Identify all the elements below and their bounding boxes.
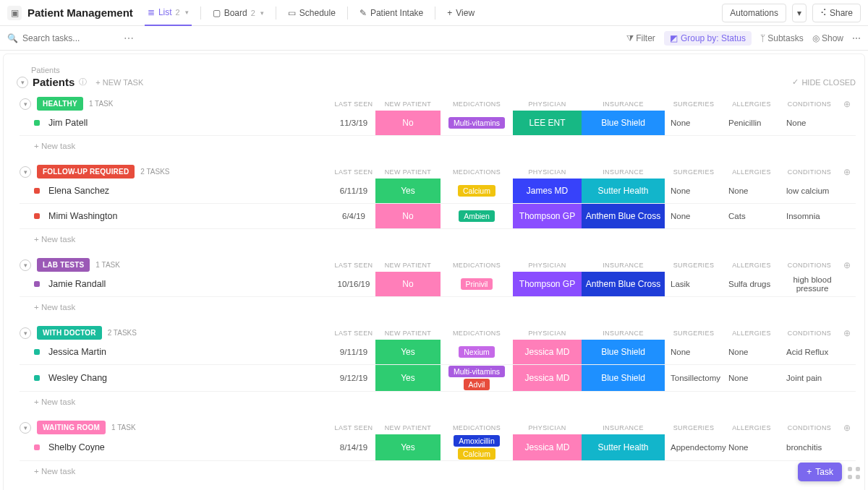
cell-conditions[interactable]: low calcium [780, 179, 838, 203]
group-collapse-toggle[interactable]: ▾ [20, 422, 31, 434]
status-square-icon[interactable] [34, 213, 40, 219]
cell-allergies[interactable]: None [723, 340, 780, 364]
cell-medications[interactable]: Prinivil [441, 272, 513, 296]
cell-insurance[interactable]: Blue Shield [582, 340, 665, 364]
cell-allergies[interactable]: Cats [723, 204, 780, 228]
table-row[interactable]: Mimi Washington 6/4/19 No Ambien Thompso… [20, 204, 856, 229]
share-button[interactable]: ⠪ Share [812, 4, 861, 22]
more-menu[interactable]: ⋯ [124, 33, 134, 44]
tab-list[interactable]: ≣ List 2 ▾ [145, 0, 192, 26]
add-column-button[interactable]: ⊕ [838, 167, 856, 177]
cell-insurance[interactable]: Anthem Blue Cross [582, 272, 665, 296]
cell-new-patient[interactable]: No [375, 272, 441, 296]
status-badge[interactable]: WAITING ROOM [37, 421, 106, 434]
filter-button[interactable]: ⧩ Filter [626, 33, 655, 43]
cell-medications[interactable]: Nexium [441, 340, 513, 364]
medication-tag[interactable]: Multi-vitamins [448, 366, 505, 377]
add-column-button[interactable]: ⊕ [838, 260, 856, 270]
group-by-button[interactable]: ◩ Group by: Status [664, 31, 752, 46]
table-row[interactable]: Jamie Randall 10/16/19 No Prinivil Thomp… [20, 272, 856, 297]
cell-insurance[interactable]: Anthem Blue Cross [582, 204, 665, 228]
cell-physician[interactable]: Jessica MD [513, 434, 582, 460]
cell-surgeries[interactable]: Lasik [665, 272, 723, 296]
table-row[interactable]: Elena Sanchez 6/11/19 Yes Calcium James … [20, 179, 856, 204]
status-square-icon[interactable] [34, 375, 40, 381]
cell-insurance[interactable]: Blue Shield [582, 111, 665, 135]
cell-allergies[interactable]: Sulfa drugs [723, 272, 780, 296]
info-icon[interactable]: ⓘ [79, 77, 87, 87]
status-square-icon[interactable] [34, 281, 40, 287]
cell-last-seen[interactable]: 6/4/19 [332, 204, 375, 228]
folder-icon[interactable]: ▣ [7, 6, 22, 20]
cell-medications[interactable]: Ambien [441, 204, 513, 228]
medication-tag[interactable]: Calcium [458, 448, 495, 460]
cell-allergies[interactable]: None [723, 179, 780, 203]
tab-board[interactable]: ▢ Board 2 ▾ [210, 0, 267, 26]
cell-allergies[interactable]: None [723, 366, 780, 390]
automations-button[interactable]: Automations [722, 4, 786, 22]
tab-patient-intake[interactable]: ✎ Patient Intake [357, 0, 426, 26]
cell-last-seen[interactable]: 10/16/19 [332, 272, 375, 296]
new-task-link[interactable]: + New task [20, 392, 856, 406]
medication-tag[interactable]: Ambien [459, 210, 495, 222]
cell-conditions[interactable]: high blood pressure [780, 272, 838, 296]
cell-last-seen[interactable]: 6/11/19 [332, 179, 375, 203]
add-column-button[interactable]: ⊕ [838, 99, 856, 109]
cell-surgeries[interactable]: None [665, 204, 723, 228]
new-task-link[interactable]: + New task [20, 229, 856, 244]
cell-new-patient[interactable]: Yes [375, 340, 441, 364]
cell-physician[interactable]: Thompson GP [513, 204, 582, 228]
table-row[interactable]: Shelby Coyne 8/14/19 Yes AmoxicillinCalc… [20, 434, 856, 461]
cell-conditions[interactable]: Joint pain [780, 366, 838, 390]
add-view-button[interactable]: + View [444, 0, 477, 26]
group-collapse-toggle[interactable]: ▾ [20, 327, 31, 339]
app-switcher-icon[interactable] [848, 467, 862, 481]
table-row[interactable]: Wesley Chang 9/12/19 Yes Multi-vitaminsA… [20, 365, 856, 392]
group-collapse-toggle[interactable]: ▾ [20, 259, 31, 271]
task-name[interactable]: Mimi Washington [48, 211, 332, 221]
add-column-button[interactable]: ⊕ [838, 423, 856, 433]
medication-tag[interactable]: Prinivil [461, 278, 493, 290]
status-badge[interactable]: LAB TESTS [37, 258, 90, 272]
new-task-link[interactable]: + New task [20, 297, 856, 311]
task-name[interactable]: Shelby Coyne [48, 442, 332, 452]
cell-new-patient[interactable]: No [375, 111, 441, 135]
subtasks-button[interactable]: ᛘ Subtasks [760, 33, 804, 43]
new-task-link[interactable]: + New task [20, 461, 856, 476]
status-badge[interactable]: WITH DOCTOR [37, 326, 102, 340]
cell-last-seen[interactable]: 11/3/19 [332, 111, 375, 135]
table-row[interactable]: Jessica Martin 9/11/19 Yes Nexium Jessic… [20, 340, 856, 365]
hide-closed-button[interactable]: ✓ HIDE CLOSED [792, 77, 856, 87]
cell-physician[interactable]: Jessica MD [513, 340, 582, 364]
cell-medications[interactable]: AmoxicillinCalcium [441, 434, 513, 460]
cell-allergies[interactable]: None [723, 435, 780, 460]
cell-physician[interactable]: Thompson GP [513, 272, 582, 296]
automations-dropdown[interactable]: ▾ [792, 4, 807, 22]
search-input[interactable] [22, 33, 116, 43]
show-button[interactable]: ◎ Show [812, 33, 843, 43]
task-name[interactable]: Jessica Martin [48, 347, 332, 357]
cell-surgeries[interactable]: Tonsillectomy [665, 366, 723, 390]
cell-last-seen[interactable]: 9/11/19 [332, 340, 375, 364]
cell-new-patient[interactable]: Yes [375, 179, 441, 203]
cell-medications[interactable]: Calcium [441, 179, 513, 203]
status-square-icon[interactable] [34, 444, 40, 450]
status-square-icon[interactable] [34, 349, 40, 355]
cell-surgeries[interactable]: None [665, 111, 723, 135]
status-badge[interactable]: FOLLOW-UP REQUIRED [37, 165, 135, 179]
collapse-toggle[interactable]: ▾ [17, 77, 28, 88]
cell-allergies[interactable]: Penicillin [723, 111, 780, 135]
medication-tag[interactable]: Amoxicillin [454, 435, 500, 447]
cell-surgeries[interactable]: None [665, 340, 723, 364]
more-menu-2[interactable]: ⋯ [852, 33, 861, 43]
task-name[interactable]: Jim Patell [48, 118, 332, 128]
tab-schedule[interactable]: ▭ Schedule [285, 0, 339, 26]
medication-tag[interactable]: Nexium [459, 346, 495, 358]
cell-physician[interactable]: James MD [513, 179, 582, 203]
cell-new-patient[interactable]: Yes [375, 434, 441, 460]
group-collapse-toggle[interactable]: ▾ [20, 98, 31, 110]
medication-tag[interactable]: Calcium [458, 185, 495, 197]
cell-conditions[interactable]: Insomnia [780, 204, 838, 228]
task-name[interactable]: Elena Sanchez [48, 186, 332, 196]
cell-physician[interactable]: Jessica MD [513, 365, 582, 391]
